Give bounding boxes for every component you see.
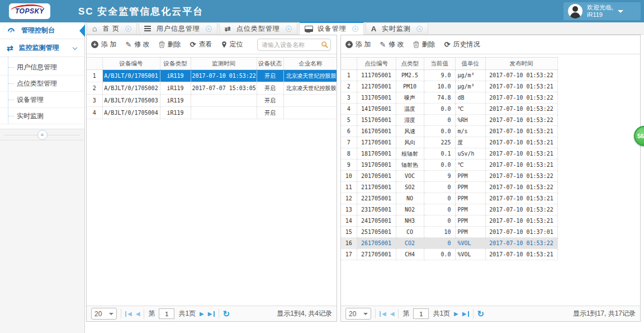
search-icon[interactable]: [321, 41, 328, 48]
column-header[interactable]: 设备状态: [257, 58, 283, 70]
table-row[interactable]: 5151705001湿度0%RH2017-07-10 01:53:22: [341, 115, 557, 126]
home-icon: ⌂: [92, 25, 97, 32]
table-row[interactable]: 13231705001NO20PPM2017-07-10 01:53:22: [341, 204, 557, 215]
close-icon[interactable]: [416, 26, 423, 32]
column-header[interactable]: 点类型: [396, 58, 424, 70]
table-cell: PM10: [396, 81, 424, 92]
refresh-icon[interactable]: ↻: [223, 309, 230, 318]
device-table: 设备编号设备类型监测时间设备状态企业名称 1A/BJLT/0/1705001iR…: [87, 57, 337, 119]
next-page-button[interactable]: ▶: [454, 311, 458, 317]
page-total-label: 共1页: [178, 309, 196, 318]
table-cell: 211705001: [357, 182, 396, 193]
collapse-sidebar-button[interactable]: «: [37, 130, 48, 140]
table-cell: NO: [396, 193, 424, 204]
table-row[interactable]: 16261705001CO20%VOL2017-07-10 01:53:22: [341, 238, 557, 249]
table-row[interactable]: 8181705001核辐射0.1uSv/h2017-07-10 01:53:21: [341, 148, 557, 160]
table-row[interactable]: 10201705001VOC9PPM2017-07-10 01:53:22: [341, 171, 557, 182]
column-header[interactable]: 设备编号: [102, 58, 160, 70]
tab-device-mgmt[interactable]: 设备管理: [299, 22, 364, 35]
view-button[interactable]: ⟳查看: [190, 40, 212, 49]
tab-point-type[interactable]: ⇄ 点位类型管理: [219, 22, 297, 34]
next-page-button[interactable]: ▶: [200, 311, 204, 317]
table-cell: CO: [396, 227, 424, 238]
table-cell: 0.0: [424, 126, 455, 137]
table-row[interactable]: 9191705001辐射热0.0℃2017-07-10 01:53:21: [341, 160, 557, 171]
table-row[interactable]: 2A/BJLT/0/1705002iR1192017-07-07 15:03:0…: [87, 82, 337, 95]
history-button[interactable]: ⟳历史情况: [444, 40, 480, 49]
logo-text: TOPSKY: [15, 7, 44, 15]
prev-page-button[interactable]: ◀: [136, 311, 140, 317]
row-number: 3: [341, 92, 357, 104]
table-row[interactable]: 6161705001风速0.0m/s2017-07-10 01:53:21: [341, 126, 557, 137]
tab-user-info[interactable]: 用户信息管理: [139, 22, 217, 34]
table-row[interactable]: 11211705001SO20PPM2017-07-10 01:53:22: [341, 182, 557, 193]
sidebar-item-realtime[interactable]: 实时监测: [0, 108, 84, 124]
page-size-select[interactable]: 20: [345, 308, 371, 320]
first-page-button[interactable]: ◀: [125, 311, 132, 317]
sidebar-section-monitoring[interactable]: ⇄ 监控监测管理: [0, 39, 84, 57]
table-row[interactable]: 2121705001PM1010.0μg/m³2017-07-10 01:53:…: [341, 81, 557, 92]
first-page-button[interactable]: ◀: [380, 311, 386, 317]
table-row[interactable]: 3131705001噪声74.8dB2017-07-10 01:53:22: [341, 92, 557, 104]
point-table-header: 点位编号点类型当前值值单位发布时间: [341, 58, 557, 70]
table-row[interactable]: 15251705001CO10PPM2017-07-10 01:37:01: [341, 227, 557, 238]
close-icon[interactable]: [206, 26, 212, 32]
table-cell: m/s: [455, 126, 485, 137]
sidebar-item-user-info[interactable]: 用户信息管理: [0, 59, 84, 76]
table-row[interactable]: 1A/BJLT/0/1705001iR1192017-07-10 01:53:2…: [87, 70, 337, 82]
monitor-icon: [305, 26, 312, 32]
edit-button[interactable]: ✎修 改: [380, 40, 404, 49]
search-input[interactable]: [257, 39, 331, 51]
table-cell: 2017-07-10 01:53:21: [485, 126, 557, 137]
edit-button[interactable]: ✎修 改: [125, 40, 149, 49]
table-cell: ℃: [455, 104, 485, 115]
table-row[interactable]: 14241705001NH30PPM2017-07-10 01:53:21: [341, 215, 557, 227]
sidebar-section-label: 监控监测管理: [19, 43, 59, 53]
close-icon[interactable]: [125, 26, 131, 32]
table-cell: 0.0: [424, 104, 455, 115]
refresh-icon[interactable]: ↻: [477, 309, 485, 318]
close-icon[interactable]: [352, 26, 358, 32]
table-row[interactable]: 7171705001风向225度2017-07-10 01:53:21: [341, 137, 557, 148]
sidebar-item-point-type[interactable]: 点位类型管理: [0, 76, 84, 92]
table-cell: PPM: [455, 171, 485, 182]
last-page-button[interactable]: ▶: [462, 311, 469, 317]
close-icon[interactable]: [286, 26, 292, 32]
table-cell: μg/m³: [455, 70, 485, 81]
page-number-input[interactable]: [159, 308, 174, 319]
tab-home[interactable]: ⌂ 首 页: [87, 22, 137, 34]
table-row[interactable]: 12221705001NO0PPM2017-07-10 01:53:21: [341, 193, 557, 204]
sidebar-item-device-mgmt[interactable]: 设备管理: [0, 92, 84, 108]
locate-button[interactable]: 定位: [221, 40, 243, 49]
user-menu[interactable]: 欢迎光临, iR119: [564, 2, 641, 20]
column-header[interactable]: 值单位: [455, 58, 485, 70]
table-row[interactable]: 4A/BJLT/0/1705004iR119开启: [87, 107, 337, 119]
last-page-button[interactable]: ▶: [208, 311, 215, 317]
column-header[interactable]: 监测时间: [191, 58, 257, 70]
page-size-select[interactable]: 20: [91, 308, 117, 320]
prev-page-button[interactable]: ◀: [390, 311, 395, 317]
tab-realtime[interactable]: A 实时监测: [366, 22, 428, 34]
tab-label: 设备管理: [315, 24, 349, 34]
column-header[interactable]: 点位编号: [357, 58, 396, 70]
column-header[interactable]: 企业名称: [283, 58, 337, 70]
add-button[interactable]: 添 加: [345, 40, 371, 49]
column-header[interactable]: 发布时间: [485, 58, 557, 70]
table-cell: 111705001: [357, 70, 396, 81]
table-cell: 湿度: [396, 115, 424, 126]
user-avatar-icon: [568, 4, 583, 18]
table-cell: CH4: [396, 249, 424, 260]
table-row[interactable]: 3A/BJLT/0/1705003iR119开启: [87, 95, 337, 107]
page-number-input[interactable]: [413, 308, 429, 319]
button-label: 添 加: [356, 40, 371, 49]
delete-button[interactable]: 删除: [159, 40, 181, 49]
table-row[interactable]: 17271705001CH40.0%VOL2017-07-10 01:53:21: [341, 249, 557, 260]
column-header[interactable]: 当前值: [424, 58, 455, 70]
table-row[interactable]: 1111705001PM2.59.0μg/m³2017-07-10 01:53:…: [341, 70, 557, 81]
table-row[interactable]: 4141705001温度0.0℃2017-07-10 01:53:22: [341, 104, 557, 115]
sidebar-section-console[interactable]: 管理控制台: [0, 22, 84, 39]
add-button[interactable]: 添 加: [91, 40, 116, 49]
column-header[interactable]: 设备类型: [160, 58, 191, 70]
trash-icon: [413, 41, 419, 48]
delete-button[interactable]: 删除: [413, 40, 435, 49]
